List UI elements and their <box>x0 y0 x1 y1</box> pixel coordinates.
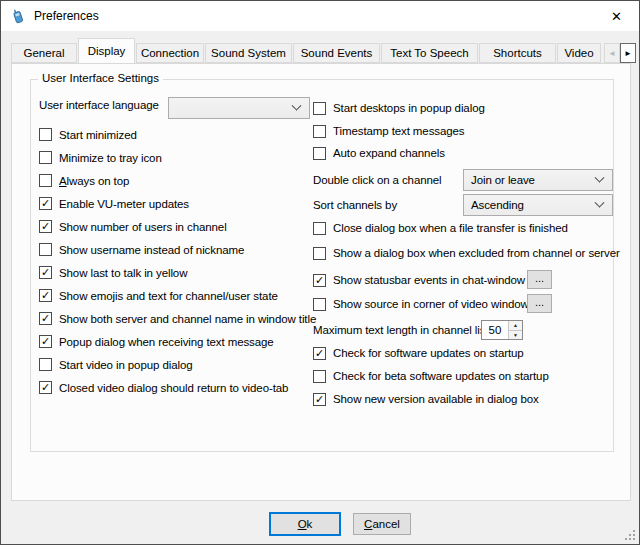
checkbox-box: ✓ <box>39 220 52 233</box>
spinner-buttons: ▲ ▼ <box>508 321 522 339</box>
checkbox-label: Show statusbar events in chat-window <box>333 274 525 286</box>
statusbar-events-more-button[interactable]: ... <box>527 270 552 289</box>
checkbox-label: Minimize to tray icon <box>59 152 162 164</box>
checkbox-desktops-popup[interactable]: Start desktops in popup dialog <box>313 97 485 119</box>
double-click-label: Double click on a channel <box>313 169 442 191</box>
sort-channels-select[interactable]: Ascending <box>463 194 613 216</box>
checkbox-label: Auto expand channels <box>333 147 445 159</box>
ok-button[interactable]: Ok <box>269 512 341 536</box>
tab-sound-events[interactable]: Sound Events <box>293 43 380 63</box>
checkbox-new-version-dialog[interactable]: ✓ Show new version available in dialog b… <box>313 388 539 410</box>
arrow-left-icon: ◄ <box>608 49 616 58</box>
tab-general[interactable]: General <box>11 43 77 63</box>
tab-bar: General Display Connection Sound System … <box>11 39 602 63</box>
checkbox-box <box>313 147 326 160</box>
checkbox-box <box>313 125 326 138</box>
chevron-down-icon <box>292 100 302 110</box>
checkbox-server-channel-title[interactable]: ✓ Show both server and channel name in w… <box>39 307 316 330</box>
spin-down-button[interactable]: ▼ <box>509 331 522 340</box>
checkbox-box: ✓ <box>39 266 52 279</box>
checkbox-start-minimized[interactable]: Start minimized <box>39 123 137 146</box>
checkbox-always-on-top[interactable]: Always on top <box>39 169 129 192</box>
tab-scroll-left-button[interactable]: ◄ <box>604 43 620 63</box>
group-user-interface-settings: User Interface Settings User interface l… <box>30 79 614 452</box>
checkbox-box <box>39 151 52 164</box>
preferences-dialog: Preferences ✕ General Display Connection… <box>0 0 640 545</box>
spin-up-button[interactable]: ▲ <box>509 321 522 331</box>
checkbox-box <box>313 370 326 383</box>
checkbox-video-popup[interactable]: Start video in popup dialog <box>39 353 192 376</box>
language-label: User interface language <box>39 94 159 116</box>
checkbox-timestamp-messages[interactable]: Timestamp text messages <box>313 120 464 142</box>
tab-display[interactable]: Display <box>78 38 135 63</box>
tab-text-to-speech[interactable]: Text To Speech <box>381 43 478 63</box>
checkbox-label: Show last to talk in yellow <box>59 267 187 279</box>
tab-video[interactable]: Video <box>557 43 601 63</box>
checkbox-excluded-dialog[interactable]: Show a dialog box when excluded from cha… <box>313 242 620 264</box>
checkbox-box: ✓ <box>39 335 52 348</box>
checkbox-box: ✓ <box>39 381 52 394</box>
checkbox-label: Check for software updates on startup <box>333 347 524 359</box>
checkbox-label: Show source in corner of video window <box>333 298 529 310</box>
checkbox-popup-text-message[interactable]: ✓ Popup dialog when receiving text messa… <box>39 330 274 353</box>
checkbox-label: Always on top <box>59 175 129 187</box>
max-text-length-label: Maximum text length in channel list <box>313 319 488 341</box>
tab-sound-system[interactable]: Sound System <box>205 43 292 63</box>
checkbox-label: Start minimized <box>59 129 137 141</box>
checkbox-label: Show number of users in channel <box>59 221 227 233</box>
language-select[interactable] <box>168 97 310 119</box>
checkbox-label: Start desktops in popup dialog <box>333 102 485 114</box>
checkbox-check-updates[interactable]: ✓ Check for software updates on startup <box>313 342 524 364</box>
checkbox-label: Show emojis and text for channel/user st… <box>59 290 278 302</box>
tab-shortcuts[interactable]: Shortcuts <box>479 43 556 63</box>
checkbox-box: ✓ <box>313 347 326 360</box>
checkbox-label: Enable VU-meter updates <box>59 198 189 210</box>
checkbox-label: Start video in popup dialog <box>59 359 192 371</box>
checkbox-label: Show new version available in dialog box <box>333 393 539 405</box>
checkbox-check-beta-updates[interactable]: Check for beta software updates on start… <box>313 365 549 387</box>
checkbox-closed-video-return[interactable]: ✓ Closed video dialog should return to v… <box>39 376 288 399</box>
tab-connection[interactable]: Connection <box>136 43 204 63</box>
chevron-down-icon <box>595 197 605 207</box>
checkbox-show-emojis[interactable]: ✓ Show emojis and text for channel/user … <box>39 284 278 307</box>
max-length-value[interactable]: 50 <box>482 321 508 339</box>
checkbox-box <box>313 222 326 235</box>
checkbox-label: Popup dialog when receiving text message <box>59 336 274 348</box>
arrow-right-icon: ► <box>624 49 632 58</box>
titlebar: Preferences ✕ <box>1 1 639 31</box>
resize-grip[interactable] <box>624 529 636 541</box>
checkbox-label: Show both server and channel name in win… <box>59 313 316 325</box>
checkbox-video-source-corner[interactable]: Show source in corner of video window <box>313 293 529 315</box>
ok-button-label: Ok <box>298 518 313 530</box>
checkbox-last-to-talk[interactable]: ✓ Show last to talk in yellow <box>39 261 187 284</box>
checkbox-box <box>313 247 326 260</box>
checkbox-vu-meter-updates[interactable]: ✓ Enable VU-meter updates <box>39 192 189 215</box>
window-title: Preferences <box>34 9 99 23</box>
close-button[interactable]: ✕ <box>594 2 639 31</box>
display-tab-panel: User Interface Settings User interface l… <box>11 63 631 501</box>
checkbox-minimize-to-tray[interactable]: Minimize to tray icon <box>39 146 162 169</box>
checkbox-close-on-transfer-finish[interactable]: Close dialog box when a file transfer is… <box>313 217 568 239</box>
double-click-select[interactable]: Join or leave <box>463 169 613 191</box>
checkbox-label: Show a dialog box when excluded from cha… <box>333 247 620 259</box>
checkbox-box <box>39 128 52 141</box>
app-icon <box>10 8 26 24</box>
checkbox-statusbar-events[interactable]: ✓ Show statusbar events in chat-window <box>313 269 525 291</box>
tab-scroll-right-button[interactable]: ► <box>620 43 636 63</box>
checkbox-box: ✓ <box>39 197 52 210</box>
checkbox-box <box>313 298 326 311</box>
group-title: User Interface Settings <box>38 72 163 84</box>
video-source-more-button[interactable]: ... <box>527 294 552 313</box>
checkbox-auto-expand-channels[interactable]: Auto expand channels <box>313 142 445 164</box>
checkbox-label: Check for beta software updates on start… <box>333 370 549 382</box>
checkbox-label: Close dialog box when a file transfer is… <box>333 222 568 234</box>
checkbox-show-user-count[interactable]: ✓ Show number of users in channel <box>39 215 227 238</box>
sort-channels-label: Sort channels by <box>313 194 397 216</box>
checkbox-box: ✓ <box>313 393 326 406</box>
checkbox-show-username[interactable]: Show username instead of nickname <box>39 238 244 261</box>
checkbox-box <box>39 174 52 187</box>
max-length-spinner[interactable]: 50 ▲ ▼ <box>481 320 523 340</box>
double-click-value: Join or leave <box>471 174 596 186</box>
checkbox-label: Timestamp text messages <box>333 125 464 137</box>
cancel-button[interactable]: Cancel <box>353 513 411 535</box>
